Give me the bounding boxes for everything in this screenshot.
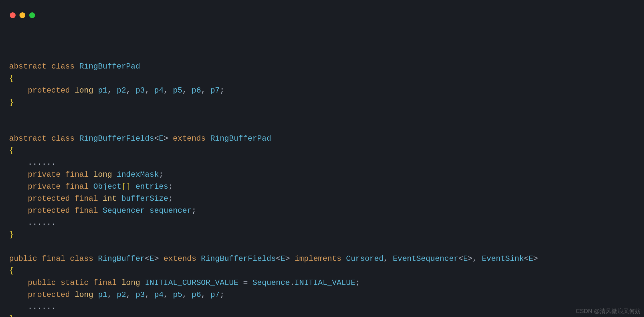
var: INITIAL_CURSOR_VALUE: [145, 278, 238, 287]
comma: ,: [182, 290, 187, 299]
kw-final: final: [75, 194, 98, 203]
gt: >: [533, 254, 538, 263]
gt: >: [163, 134, 168, 143]
code-line: abstract class RingBufferFields<E> exten…: [9, 134, 271, 143]
brace-open: {: [9, 74, 14, 83]
comma: ,: [126, 290, 131, 299]
generic-param: E: [529, 254, 533, 263]
code-line: }: [9, 230, 14, 239]
kw-class: class: [51, 134, 75, 143]
var: p3: [135, 86, 145, 95]
lt: <: [276, 254, 280, 263]
kw-protected: protected: [28, 290, 70, 299]
gt: >: [468, 254, 472, 263]
kw-final: final: [93, 278, 117, 287]
var: p2: [117, 86, 126, 95]
code-line: {: [9, 266, 14, 275]
type-int: int: [103, 194, 117, 203]
var: sequencer: [149, 206, 192, 215]
comma: ,: [107, 86, 112, 95]
var: p7: [210, 86, 220, 95]
kw-final: final: [42, 254, 65, 263]
code-window: abstract class RingBufferPad { protected…: [0, 0, 644, 317]
kw-static: static: [60, 278, 88, 287]
code-line: protected long p1, p2, p3, p4, p5, p6, p…: [9, 290, 225, 299]
ellipsis: ......: [28, 158, 56, 167]
code-line: ......: [9, 302, 56, 311]
class-name: RingBufferFields: [201, 254, 276, 263]
code-line: }: [9, 314, 14, 317]
generic-param: E: [463, 254, 468, 263]
class-name: Sequencer: [103, 206, 145, 215]
kw-final: final: [65, 170, 89, 179]
code-line: abstract class RingBufferPad: [9, 62, 140, 71]
kw-private: private: [28, 182, 61, 191]
class-name: EventSequencer: [393, 254, 458, 263]
gt: >: [285, 254, 290, 263]
watermark: CSDN @清风微浪又何妨: [576, 307, 641, 315]
kw-protected: protected: [28, 206, 70, 215]
kw-public: public: [28, 278, 56, 287]
kw-abstract: abstract: [9, 62, 46, 71]
comma: ,: [472, 254, 477, 263]
semicolon: ;: [220, 290, 224, 299]
kw-abstract: abstract: [9, 134, 46, 143]
var: entries: [135, 182, 168, 191]
code-editor[interactable]: abstract class RingBufferPad { protected…: [0, 23, 644, 317]
kw-class: class: [70, 254, 93, 263]
kw-protected: protected: [28, 194, 70, 203]
comma: ,: [201, 86, 206, 95]
class-name: Sequence: [252, 278, 290, 287]
code-line: ......: [9, 158, 56, 167]
kw-protected: protected: [28, 86, 70, 95]
kw-class: class: [51, 62, 75, 71]
code-line: {: [9, 74, 14, 83]
code-line: protected final int bufferSize;: [9, 194, 173, 203]
semicolon: ;: [168, 182, 173, 191]
ellipsis: ......: [28, 218, 56, 227]
var: p6: [192, 290, 201, 299]
comma: ,: [182, 86, 187, 95]
semicolon: ;: [168, 194, 173, 203]
code-line: }: [9, 98, 14, 107]
comma: ,: [201, 290, 206, 299]
type-long: long: [93, 170, 112, 179]
bracket-close: ]: [126, 182, 131, 191]
var: p6: [192, 86, 201, 95]
kw-extends: extends: [173, 134, 206, 143]
comma: ,: [383, 254, 388, 263]
var: p4: [154, 290, 164, 299]
window-titlebar: [0, 0, 644, 23]
kw-public: public: [9, 254, 37, 263]
var: p5: [173, 290, 182, 299]
ellipsis: ......: [28, 302, 56, 311]
comma: ,: [163, 86, 168, 95]
var: bufferSize: [122, 194, 168, 203]
lt: <: [145, 254, 149, 263]
class-name: RingBufferFields: [79, 134, 154, 143]
semicolon: ;: [159, 170, 163, 179]
maximize-icon[interactable]: [29, 12, 35, 18]
member: INITIAL_VALUE: [295, 278, 355, 287]
code-line: private final long indexMask;: [9, 170, 163, 179]
kw-extends: extends: [163, 254, 196, 263]
bracket-open: [: [122, 182, 126, 191]
class-name: Cursored: [346, 254, 383, 263]
code-line: public final class RingBuffer<E> extends…: [9, 254, 538, 263]
comma: ,: [163, 290, 168, 299]
type-long: long: [75, 86, 94, 95]
comma: ,: [145, 290, 149, 299]
kw-final: final: [75, 206, 98, 215]
comma: ,: [145, 86, 149, 95]
minimize-icon[interactable]: [19, 12, 25, 18]
code-line: public static final long INITIAL_CURSOR_…: [9, 278, 360, 287]
brace-open: {: [9, 266, 14, 275]
comma: ,: [126, 86, 131, 95]
kw-private: private: [28, 170, 61, 179]
var: p7: [210, 290, 220, 299]
var: indexMask: [117, 170, 159, 179]
code-line: ......: [9, 218, 56, 227]
close-icon[interactable]: [10, 12, 16, 18]
class-name: EventSink: [482, 254, 524, 263]
var: p1: [98, 86, 108, 95]
